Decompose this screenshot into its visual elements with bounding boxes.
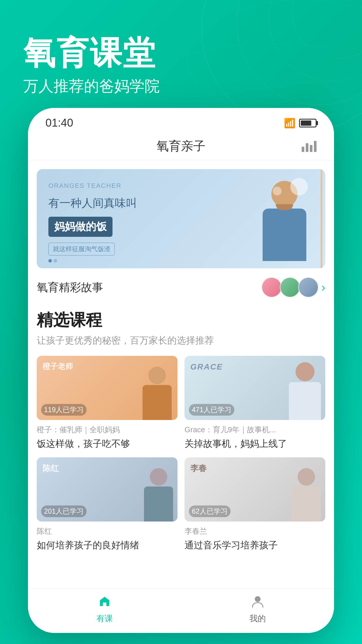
course-teacher-4: 李春兰 [184,526,325,536]
course-thumb-2: GRACE 471人已学习 [184,356,325,420]
course-teacher-2: Grace：育儿9年｜故事机... [184,425,325,435]
course-count-4: 62人已学习 [189,505,231,517]
banner-dot-2 [54,259,57,262]
battery-icon [299,119,317,127]
svg-rect-6 [103,603,106,606]
header-section: 氧育课堂 万人推荐的爸妈学院 [0,0,362,114]
tab-mine-label: 我的 [249,613,266,624]
course-thumb-label-4: 李春 [190,463,207,474]
course-grid: 橙子老师 119人已学习 橙子：催乳师｜全职妈妈 饭这样做，孩子吃不够 [37,356,325,552]
featured-title: 精选课程 [37,309,325,331]
course-title-1: 饭这样做，孩子吃不够 [37,437,178,450]
course-title-4: 通过音乐学习培养孩子 [184,539,325,552]
status-icons: 📶 [284,118,317,129]
wifi-icon: 📶 [284,118,296,129]
app-title: 氧育课堂 [23,35,339,70]
course-card-1[interactable]: 橙子老师 119人已学习 橙子：催乳师｜全职妈妈 饭这样做，孩子吃不够 [37,356,178,450]
course-thumb-label-3: 陈红 [43,463,59,474]
stories-right[interactable]: › [261,277,325,298]
course-teacher-3: 陈红 [37,526,178,536]
course-title-2: 关掉故事机，妈妈上线了 [184,437,325,450]
banner-highlight: 妈妈做的饭 [48,217,113,237]
course-card-2[interactable]: GRACE 471人已学习 Grace：育儿9年｜故事机... 关掉故事机，妈妈… [184,356,325,450]
status-bar: 01:40 📶 [28,108,334,132]
battery-fill [301,120,311,126]
featured-subtitle: 让孩子更优秀的秘密，百万家长的选择推荐 [37,334,325,347]
phone-frame: 01:40 📶 氧育亲子 ORANGES TEACH [28,108,334,633]
course-count-1: 119人已学习 [41,404,87,416]
story-avatar-2 [280,277,300,298]
stories-section[interactable]: 氧育精彩故事 › [28,268,334,303]
status-time: 01:40 [45,117,73,129]
story-avatar-1 [261,277,282,298]
chart-icon[interactable] [302,140,317,152]
nav-bar: 氧育亲子 [28,132,334,160]
course-teacher-1: 橙子：催乳师｜全职妈妈 [37,425,178,435]
stories-avatars [261,277,319,298]
banner-main-text: 有一种人间真味叫 [48,195,314,211]
course-thumb-3: 陈红 201人已学习 [37,457,178,522]
tab-mine-icon [251,594,265,611]
course-count-3: 201人已学习 [41,505,87,517]
course-thumb-label-2: GRACE [190,362,223,372]
course-card-4[interactable]: 李春 62人已学习 李春兰 通过音乐学习培养孩子 [184,457,325,552]
phone-inner: 01:40 📶 氧育亲子 ORANGES TEACH [28,108,334,633]
tab-bar: 有课 我的 [28,588,334,633]
course-thumb-label-1: 橙子老师 [43,362,73,372]
scroll-content[interactable]: ORANGES TEACHER 有一种人间真味叫 妈妈做的饭 就这样征服淘气饭渣 [28,160,334,588]
tab-mine[interactable]: 我的 [181,594,334,624]
tab-home[interactable]: 有课 [28,594,181,624]
stories-title: 氧育精彩故事 [37,280,103,295]
course-count-2: 471人已学习 [189,404,234,416]
banner-dot-1 [48,259,52,262]
app-subtitle: 万人推荐的爸妈学院 [23,76,339,97]
featured-section: 精选课程 让孩子更优秀的秘密，百万家长的选择推荐 橙子老师 [28,303,334,558]
course-thumb-4: 李春 62人已学习 [184,457,325,522]
svg-point-7 [255,596,261,602]
stories-arrow[interactable]: › [321,281,325,294]
banner-content: ORANGES TEACHER 有一种人间真味叫 妈妈做的饭 就这样征服淘气饭渣 [37,173,325,264]
banner-sub-text: 就这样征服淘气饭渣 [48,243,115,256]
story-avatar-3 [298,277,319,298]
nav-title: 氧育亲子 [157,138,205,154]
course-thumb-1: 橙子老师 119人已学习 [37,356,178,420]
course-card-3[interactable]: 陈红 201人已学习 陈红 如何培养孩子的良好情绪 [37,457,178,552]
banner-dots [48,259,57,262]
banner-section[interactable]: ORANGES TEACHER 有一种人间真味叫 妈妈做的饭 就这样征服淘气饭渣 [37,169,325,268]
banner-top-text: ORANGES TEACHER [48,182,314,190]
course-title-3: 如何培养孩子的良好情绪 [37,539,178,552]
tab-home-label: 有课 [96,613,113,624]
tab-home-icon [98,594,112,611]
